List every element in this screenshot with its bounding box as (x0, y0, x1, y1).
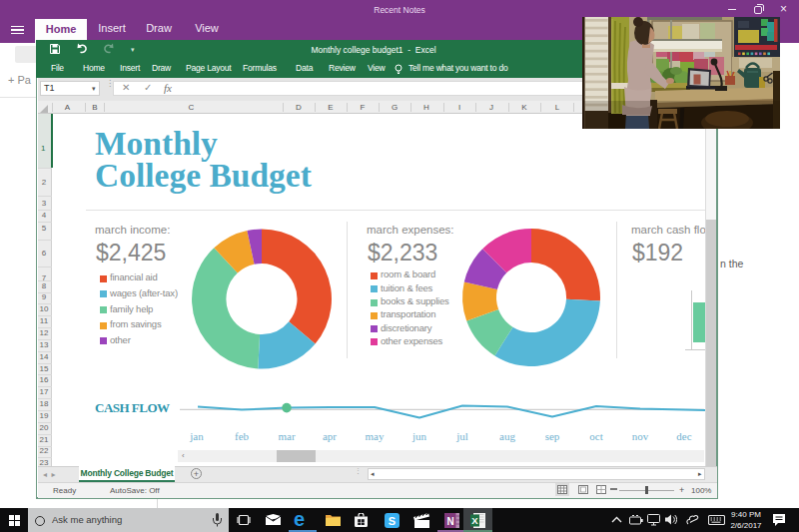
svg-text:N: N (446, 516, 453, 527)
svg-text:X: X (471, 515, 478, 526)
svg-text:S: S (389, 515, 396, 527)
